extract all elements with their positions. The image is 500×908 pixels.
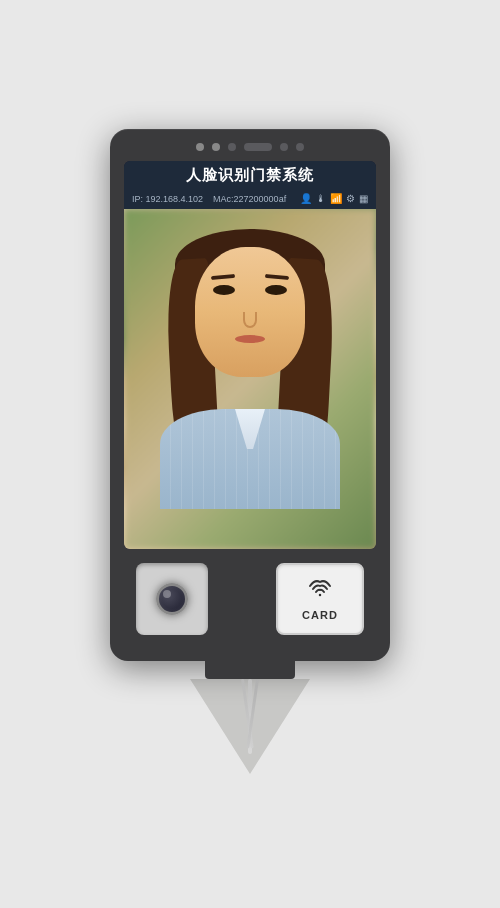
system-title: 人脸识别门禁系统 [132, 166, 368, 185]
kiosk-body: 人脸识别门禁系统 IP: 192.168.4.102 MAc:227200000… [110, 129, 390, 661]
person-icon: 👤 [300, 193, 312, 204]
camera-feed [124, 209, 376, 549]
status-icons-group: 👤 🌡 📶 ⚙ ▦ [300, 193, 368, 204]
kiosk-device: 人脸识别门禁系统 IP: 192.168.4.102 MAc:227200000… [110, 129, 390, 779]
sensor-dot-5 [296, 143, 304, 151]
top-sensors-bar [124, 143, 376, 151]
thermometer-icon: 🌡 [316, 193, 326, 204]
sensor-dot-1 [196, 143, 204, 151]
cable-bundle [241, 679, 259, 754]
stand-connector-top [205, 661, 295, 679]
sensor-dot-2 [212, 143, 220, 151]
wifi-icon: 📶 [330, 193, 342, 204]
grid-icon: ▦ [359, 193, 368, 204]
sensor-dot-4 [280, 143, 288, 151]
ip-mac-label: IP: 192.168.4.102 MAc:227200000af [132, 194, 286, 204]
sensor-dot-3 [228, 143, 236, 151]
card-reader-button[interactable]: CARD [276, 563, 364, 635]
sensor-rect-1 [244, 143, 272, 151]
settings-icon: ⚙ [346, 193, 355, 204]
camera-module [136, 563, 208, 635]
camera-lens [156, 583, 188, 615]
stand-base-area [190, 679, 310, 779]
card-wifi-icon [306, 577, 334, 605]
card-label: CARD [302, 609, 338, 621]
screen: 人脸识别门禁系统 IP: 192.168.4.102 MAc:227200000… [124, 161, 376, 549]
title-bar: 人脸识别门禁系统 [124, 161, 376, 190]
info-bar: IP: 192.168.4.102 MAc:227200000af 👤 🌡 📶 … [124, 190, 376, 209]
bottom-panel: CARD [124, 549, 376, 643]
